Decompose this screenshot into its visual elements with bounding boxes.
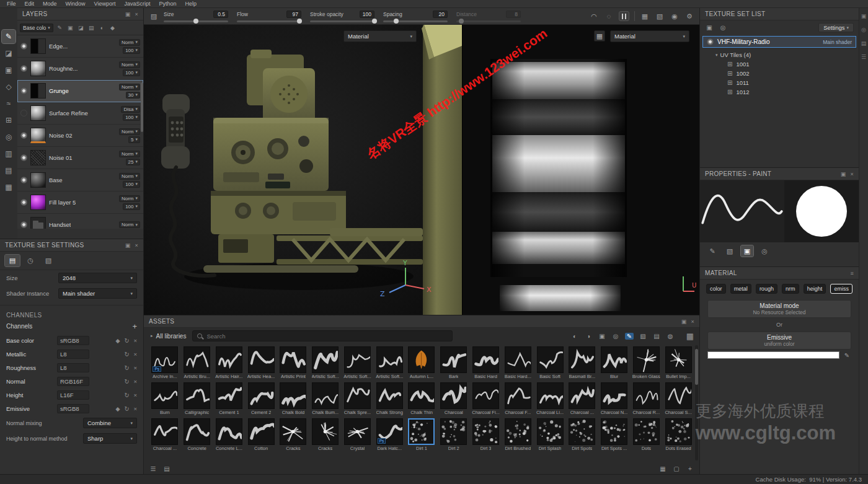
layer-row-noise-01[interactable]: Noise 01Norm▾25▾ xyxy=(17,147,143,169)
add-paint-layer-icon[interactable]: ✎ xyxy=(56,25,64,31)
asset-thumbnail[interactable] xyxy=(408,418,435,445)
layer-visibility-toggle[interactable] xyxy=(20,177,27,183)
material-channel-chip-color[interactable]: color xyxy=(706,284,726,294)
asset-charcoal-f[interactable]: Charcoal F... xyxy=(503,382,533,415)
asset-dark-hatc[interactable]: PsDark Hatc... xyxy=(374,418,404,451)
asset-cracks[interactable]: Cracks xyxy=(311,418,340,451)
asset-bark[interactable]: Bark xyxy=(439,346,469,379)
delete-channel-icon[interactable]: × xyxy=(133,378,137,385)
slider-value[interactable]: 20 xyxy=(433,11,448,18)
asset-thumbnail[interactable] xyxy=(344,418,371,445)
eraser-tool-icon[interactable]: ◪ xyxy=(2,46,16,60)
asset-chalk-bum[interactable]: Chalk Bum... xyxy=(311,382,340,415)
slider-track[interactable] xyxy=(164,20,228,22)
menu-javascript[interactable]: JavaScript xyxy=(120,1,154,7)
asset-thumbnail[interactable] xyxy=(665,346,692,373)
layer-thumbnail[interactable] xyxy=(30,172,46,188)
asset-thumbnail[interactable] xyxy=(248,346,275,373)
material-channel-chip-emiss[interactable]: emiss xyxy=(830,284,852,294)
asset-calligraphic[interactable]: Calligraphic xyxy=(182,382,212,415)
filter-smart-materials-icon[interactable]: ◑ xyxy=(584,333,593,340)
add-mask-icon[interactable]: ▤ xyxy=(87,25,95,31)
layer-blend-mode[interactable]: Norm▾ xyxy=(119,173,140,180)
asset-thumbnail[interactable] xyxy=(344,382,371,409)
slider-spacing[interactable]: Spacing20 xyxy=(383,11,448,22)
slider-value[interactable]: 0.5 xyxy=(213,11,228,18)
asset-thumbnail[interactable] xyxy=(376,382,403,409)
asset-concrete[interactable]: Concrete xyxy=(182,418,212,451)
filter-brushes-icon[interactable]: ✎ xyxy=(625,333,634,340)
channel-format-select[interactable]: L8 xyxy=(57,363,89,372)
asset-thumbnail[interactable] xyxy=(216,346,242,373)
texture-set-row[interactable]: VHF-Military-Radio Main shader xyxy=(702,36,856,48)
asset-list-view-icon[interactable]: ☰ xyxy=(149,465,157,472)
delete-channel-icon[interactable]: × xyxy=(133,405,137,412)
layer-blend-mode[interactable]: Norm▾ xyxy=(119,151,140,157)
asset-cracks[interactable]: Cracks xyxy=(278,418,308,451)
reset-channel-icon[interactable]: ↻ xyxy=(124,405,129,412)
asset-thumbnail[interactable] xyxy=(505,346,531,373)
add-fill-layer-icon[interactable]: ▣ xyxy=(66,25,74,31)
layer-visibility-toggle[interactable] xyxy=(20,221,27,228)
asset-thumbnail[interactable] xyxy=(184,418,210,445)
menu-python[interactable]: Python xyxy=(154,1,180,7)
asset-thumbnail[interactable]: Ps xyxy=(376,418,403,445)
channel-format-select[interactable]: L8 xyxy=(57,350,89,359)
asset-dirt-1[interactable]: Dirt 1 xyxy=(407,418,436,451)
asset-artistic-soft[interactable]: Artistic Soft... xyxy=(311,346,340,379)
asset-autumn-l[interactable]: Autumn L... xyxy=(407,346,436,379)
channel-format-select[interactable]: sRGB8 xyxy=(57,404,89,413)
asset-thumbnail[interactable] xyxy=(248,382,275,409)
options-menu-icon[interactable]: ≡ xyxy=(850,270,854,276)
layer-visibility-toggle[interactable] xyxy=(20,132,27,139)
layer-opacity[interactable]: 100▾ xyxy=(123,114,140,121)
layer-thumbnail[interactable] xyxy=(30,105,46,121)
slider-flow[interactable]: Flow97 xyxy=(237,11,301,22)
layer-thumbnail[interactable] xyxy=(30,217,46,229)
uv-tiles-group-toggle[interactable]: ▾ UV Tiles (4) xyxy=(700,49,859,59)
layer-row-fill-layer-5[interactable]: Fill layer 5Norm▾100▾ xyxy=(17,191,143,214)
uv-grid-icon[interactable]: ▦ xyxy=(640,11,650,21)
reset-channel-icon[interactable]: ↻ xyxy=(124,378,129,385)
asset-thumbnail[interactable] xyxy=(633,346,660,373)
asset-thumbnail[interactable] xyxy=(505,382,531,409)
layer-row-roughne[interactable]: Roughne...Norm▾100▾ xyxy=(17,58,143,80)
asset-dirt-spots[interactable]: Dirt Spots ... xyxy=(600,418,629,451)
asset-cement-1[interactable]: Cement 1 xyxy=(215,382,244,415)
render-settings-icon[interactable]: ⚙ xyxy=(684,11,694,21)
asset-thumbnail[interactable] xyxy=(184,382,210,409)
settings-tab-icon[interactable]: ▤ xyxy=(5,255,20,266)
layer-opacity[interactable]: 100▾ xyxy=(123,69,140,76)
filter-environments-icon[interactable]: ◍ xyxy=(666,333,675,340)
asset-basmati-br[interactable]: Basmati Br... xyxy=(567,346,597,379)
asset-thumbnail[interactable] xyxy=(537,418,564,445)
asset-thumbnail[interactable] xyxy=(376,346,403,373)
filter-textures-icon[interactable]: ▤ xyxy=(652,333,661,340)
layer-thumbnail[interactable] xyxy=(30,128,46,143)
material-mode-button[interactable]: Material mode No Resource Selected xyxy=(707,300,851,318)
texture-set-settings-button[interactable]: Settings▾ xyxy=(818,23,854,32)
normal-mixing-select[interactable]: Combine▾ xyxy=(83,418,137,428)
asset-charcoal[interactable]: Charcoal ... xyxy=(567,382,597,415)
history-tab-icon[interactable]: ▤ xyxy=(861,40,867,46)
asset-chalk-spre[interactable]: Chalk Spre... xyxy=(343,382,373,415)
reset-channel-icon[interactable]: ↻ xyxy=(124,392,129,398)
asset-archive-in[interactable]: PsArchive In... xyxy=(150,346,180,379)
menu-edit[interactable]: Edit xyxy=(20,1,39,7)
add-channel-button[interactable]: + xyxy=(132,322,137,331)
menu-window[interactable]: Window xyxy=(61,1,90,7)
reset-channel-icon[interactable]: ↻ xyxy=(124,351,129,358)
slider-stroke-opacity[interactable]: Stroke opacity100 xyxy=(310,11,374,22)
channel-format-select[interactable]: RGB16F xyxy=(57,377,89,386)
symmetry-icon[interactable]: ◠ xyxy=(589,11,599,21)
layer-opacity[interactable]: 100▾ xyxy=(123,203,140,210)
asset-thumb-size-icon[interactable]: ▦ xyxy=(658,465,667,472)
layer-row-handset[interactable]: HandsetNorm▾ xyxy=(17,214,143,229)
asset-charcoal-s[interactable]: Charcoal S... xyxy=(663,382,693,415)
grid-view-icon[interactable]: ▦ xyxy=(686,332,694,341)
close-icon[interactable]: × xyxy=(135,11,138,17)
uv-tile-1002[interactable]: ⊞1002 xyxy=(700,69,859,78)
uv-tile-1001[interactable]: ⊞1001 xyxy=(700,59,859,69)
slider-track[interactable] xyxy=(310,20,374,22)
asset-basic-hard[interactable]: Basic Hard xyxy=(471,346,501,379)
